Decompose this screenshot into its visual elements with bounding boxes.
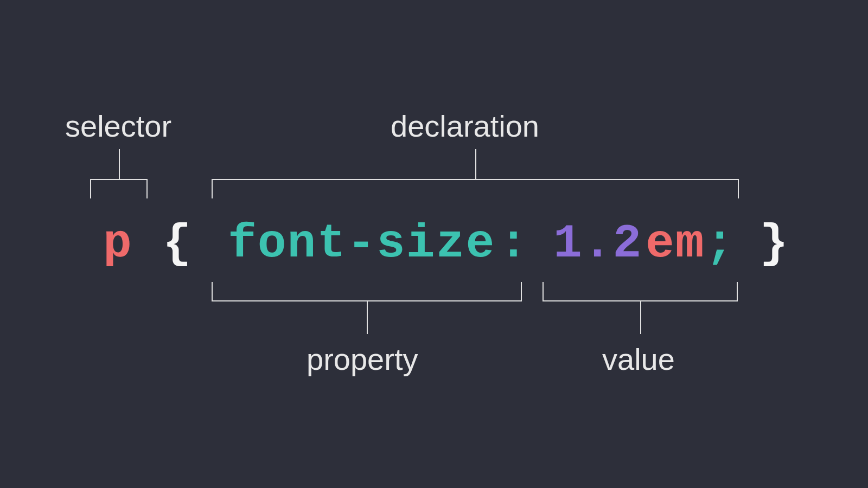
- label-property: property: [307, 342, 418, 377]
- code-selector: p: [103, 217, 133, 271]
- bracket-property-stem: [367, 301, 368, 334]
- code-colon: :: [499, 217, 529, 271]
- code-open-brace: {: [163, 217, 193, 271]
- bracket-value: [542, 282, 738, 301]
- code-close-brace: }: [760, 217, 789, 271]
- bracket-declaration-stem: [475, 149, 476, 179]
- bracket-declaration: [212, 179, 739, 198]
- bracket-value-stem: [640, 301, 641, 334]
- code-number: 1.2: [553, 217, 642, 271]
- code-semicolon: ;: [705, 217, 735, 271]
- label-value: value: [602, 342, 675, 377]
- css-anatomy-diagram: selector declaration p { font-size : 1.2…: [0, 0, 868, 488]
- bracket-property: [212, 282, 522, 301]
- bracket-selector: [90, 179, 148, 198]
- code-unit: em: [646, 217, 705, 271]
- label-declaration: declaration: [391, 108, 539, 144]
- label-selector: selector: [65, 108, 171, 144]
- bracket-selector-stem: [119, 149, 120, 179]
- code-property: font-size: [228, 217, 495, 271]
